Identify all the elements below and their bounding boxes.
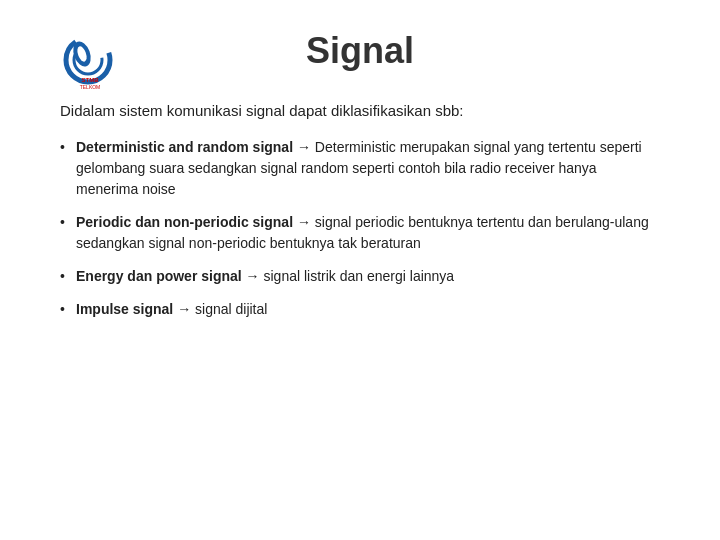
logo: STMB TELKOM xyxy=(60,30,120,90)
content-area: Didalam sistem komunikasi signal dapat d… xyxy=(60,102,660,320)
page-title: Signal xyxy=(306,30,414,72)
bullet-term-4: Impulse signal xyxy=(76,301,173,317)
arrow-1: → xyxy=(297,139,315,155)
header: STMB TELKOM Signal xyxy=(60,30,660,72)
svg-text:TELKOM: TELKOM xyxy=(80,84,101,90)
slide-container: STMB TELKOM Signal Didalam sistem komuni… xyxy=(0,0,720,540)
bullet-desc-4: signal dijital xyxy=(195,301,267,317)
bullet-list: Deterministic and random signal → Determ… xyxy=(60,137,660,320)
arrow-3: → xyxy=(246,268,264,284)
list-item: Periodic dan non-periodic signal → signa… xyxy=(60,212,660,254)
list-item: Energy dan power signal → signal listrik… xyxy=(60,266,660,287)
list-item: Impulse signal → signal dijital xyxy=(60,299,660,320)
svg-text:STMB: STMB xyxy=(82,77,100,83)
bullet-desc-3: signal listrik dan energi lainnya xyxy=(263,268,454,284)
bullet-term-3: Energy dan power signal xyxy=(76,268,242,284)
bullet-term-2: Periodic dan non-periodic signal xyxy=(76,214,293,230)
list-item: Deterministic and random signal → Determ… xyxy=(60,137,660,200)
intro-text: Didalam sistem komunikasi signal dapat d… xyxy=(60,102,660,119)
bullet-term-1: Deterministic and random signal xyxy=(76,139,293,155)
arrow-2: → xyxy=(297,214,315,230)
arrow-4: → xyxy=(177,301,195,317)
